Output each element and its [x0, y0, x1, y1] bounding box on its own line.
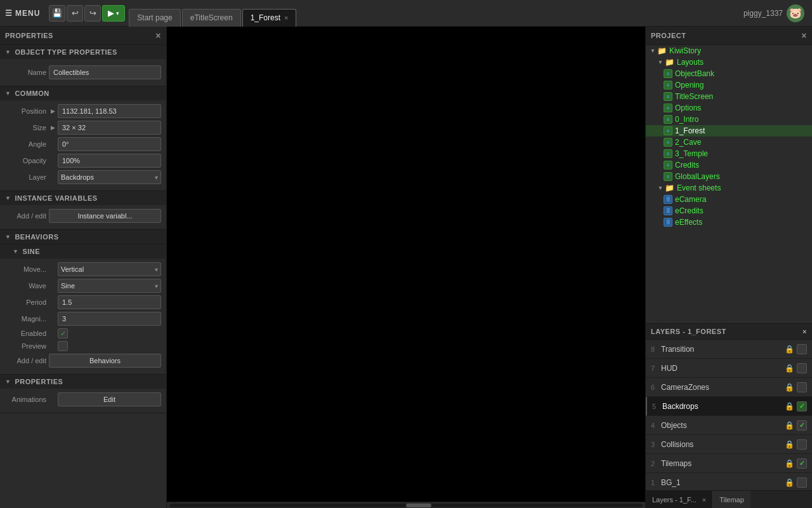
layer-tilemaps[interactable]: 2 Tilemaps 🔒 ✓: [646, 454, 812, 473]
undo-button[interactable]: ↩: [67, 5, 83, 22]
layout-icon-credits: ≡: [664, 161, 672, 170]
instance-variables-label: INSTANCE VARIABLES: [15, 194, 97, 202]
wave-select[interactable]: Sine: [58, 279, 161, 293]
opacity-label: Opacity: [5, 157, 46, 164]
user-avatar[interactable]: 🐷: [787, 4, 804, 22]
instance-variable-button[interactable]: Instance variabl...: [49, 209, 161, 223]
name-value[interactable]: Collectibles: [49, 65, 161, 79]
layer-num-8: 8: [651, 345, 661, 353]
angle-value[interactable]: 0°: [58, 137, 161, 151]
preview-checkbox[interactable]: [58, 341, 68, 351]
enabled-checkbox[interactable]: ✓: [58, 328, 68, 338]
period-label: Period: [5, 298, 46, 306]
instance-variables-header[interactable]: ▼ INSTANCE VARIABLES: [0, 191, 166, 205]
layer-vis-camerazones[interactable]: [797, 382, 807, 392]
period-value[interactable]: 1.5: [58, 295, 161, 309]
layer-select[interactable]: Backdrops: [58, 170, 161, 184]
canvas-scrollbar: [167, 502, 645, 508]
layer-vis-objects[interactable]: ✓: [797, 420, 807, 431]
layer-lock-transition: 🔒: [785, 345, 794, 354]
event-ecredits[interactable]: ≣ eCredits: [646, 205, 812, 217]
properties-sub-header[interactable]: ▼ PROPERTIES: [0, 375, 166, 389]
layer-vis-tilemaps[interactable]: ✓: [797, 458, 807, 469]
properties-panel-header: PROPERTIES ×: [0, 27, 166, 45]
layout-0intro[interactable]: ≡ 0_Intro: [646, 114, 812, 125]
layout-2cave-label: 2_Cave: [675, 138, 701, 147]
layer-bg1[interactable]: 1 BG_1 🔒: [646, 473, 812, 490]
opacity-value[interactable]: 100%: [58, 154, 161, 168]
forest-tab-close[interactable]: ×: [284, 14, 288, 22]
animations-edit-button[interactable]: Edit: [58, 392, 161, 406]
event-ecamera[interactable]: ≣ eCamera: [646, 194, 812, 205]
menu-button[interactable]: ☰ MENU: [0, 9, 45, 18]
layout-opening[interactable]: ≡ Opening: [646, 79, 812, 91]
layer-vis-hud[interactable]: [797, 363, 807, 373]
tab-1forest[interactable]: 1_Forest ×: [242, 9, 297, 27]
layers-tab-2[interactable]: Tilemap: [713, 491, 750, 508]
object-type-header[interactable]: ▼ OBJECT TYPE PROPERTIES: [0, 45, 166, 59]
position-row: Position ▶ 1132.181, 118.53: [5, 104, 161, 118]
redo-button[interactable]: ↪: [84, 5, 101, 22]
common-header[interactable]: ▼ COMMON: [0, 86, 166, 100]
canvas-area[interactable]: [167, 27, 645, 502]
instance-add-edit-label: Add / edit: [5, 212, 46, 220]
layer-vis-bg1[interactable]: [797, 478, 807, 488]
layer-vis-transition[interactable]: [797, 344, 807, 354]
behaviors-button[interactable]: Behaviors: [49, 354, 161, 368]
scrollbar-thumb[interactable]: [406, 504, 431, 507]
main-content: PROPERTIES × ▼ OBJECT TYPE PROPERTIES Na…: [0, 27, 812, 508]
position-value[interactable]: 1132.181, 118.53: [58, 104, 161, 118]
event-eeffects[interactable]: ≣ eEffects: [646, 217, 812, 228]
magni-value[interactable]: 3: [58, 312, 161, 326]
layout-credits[interactable]: ≡ Credits: [646, 159, 812, 171]
layout-globallayers[interactable]: ≡ GlobalLayers: [646, 171, 812, 182]
tree-root[interactable]: ▼ 📁 KiwiStory: [646, 45, 812, 57]
move-select[interactable]: Vertical: [58, 262, 161, 276]
size-value[interactable]: 32 × 32: [58, 121, 161, 135]
layer-num-5: 5: [652, 403, 662, 410]
layer-row: Layer Backdrops: [5, 170, 161, 184]
event-icon-eeffects: ≣: [664, 218, 672, 227]
sine-header[interactable]: ▼ SINE: [0, 244, 166, 258]
properties-close[interactable]: ×: [155, 30, 161, 41]
behaviors-header[interactable]: ▼ BEHAVIORS: [0, 230, 166, 244]
layout-objectbank[interactable]: ≡ ObjectBank: [646, 68, 812, 79]
play-button[interactable]: ▶ ▾: [102, 5, 125, 22]
layer-collisions[interactable]: 3 Collisions 🔒: [646, 435, 812, 454]
layer-hud[interactable]: 7 HUD 🔒: [646, 359, 812, 378]
layout-1forest[interactable]: ≡ 1_Forest: [646, 125, 812, 137]
position-collapse-icon: ▶: [49, 108, 56, 114]
layout-titlescreen[interactable]: ≡ TitleScreen: [646, 91, 812, 102]
left-panel: PROPERTIES × ▼ OBJECT TYPE PROPERTIES Na…: [0, 27, 167, 508]
event-ecamera-label: eCamera: [675, 195, 706, 204]
tab-etitle-screen[interactable]: eTitleScreen: [182, 9, 241, 27]
angle-label: Angle: [5, 140, 46, 148]
layer-camerazones[interactable]: 6 CameraZones 🔒: [646, 378, 812, 397]
layers-tab-1[interactable]: Layers - 1_F... ×: [646, 491, 713, 508]
scrollbar-track[interactable]: [169, 504, 643, 507]
event-sheets-folder[interactable]: ▼ 📁 Event sheets: [646, 182, 812, 194]
enabled-row: Enabled ✓: [5, 328, 161, 338]
layers-close[interactable]: ×: [802, 328, 807, 335]
layer-backdrops[interactable]: 5 Backdrops 🔒 ✓: [646, 397, 812, 416]
layer-lock-hud: 🔒: [785, 364, 794, 373]
layout-icon-titlescreen: ≡: [664, 92, 672, 101]
layer-transition[interactable]: 8 Transition 🔒: [646, 340, 812, 359]
layer-name-bg1: BG_1: [661, 478, 785, 487]
layer-objects[interactable]: 4 Objects 🔒 ✓: [646, 416, 812, 435]
layers-title: LAYERS - 1_FOREST: [651, 328, 726, 335]
layer-vis-backdrops[interactable]: ✓: [797, 401, 807, 411]
period-row: Period 1.5: [5, 295, 161, 309]
layout-options[interactable]: ≡ Options: [646, 102, 812, 114]
project-header: PROJECT ×: [646, 27, 812, 45]
layout-2cave[interactable]: ≡ 2_Cave: [646, 137, 812, 148]
layer-vis-collisions[interactable]: [797, 439, 807, 450]
layout-3temple[interactable]: ≡ 3_Temple: [646, 148, 812, 159]
tab-start-page[interactable]: Start page: [129, 9, 180, 27]
layouts-folder[interactable]: ▼ 📁 Layouts: [646, 57, 812, 68]
layout-0intro-label: 0_Intro: [675, 115, 698, 124]
save-button[interactable]: 💾: [49, 5, 65, 22]
project-close[interactable]: ×: [801, 30, 807, 41]
layers-tab1-close[interactable]: ×: [702, 496, 706, 504]
common-content: Position ▶ 1132.181, 118.53 Size ▶ 32 × …: [0, 100, 166, 190]
